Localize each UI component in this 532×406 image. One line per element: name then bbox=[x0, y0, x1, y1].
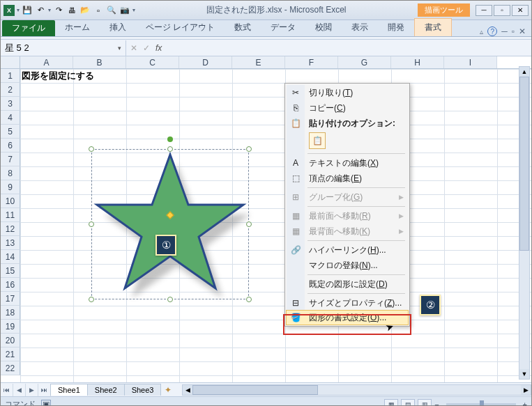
menu-edit-text[interactable]: A テキストの編集(X) bbox=[287, 155, 408, 171]
horizontal-scrollbar[interactable]: ◀ ▶ bbox=[182, 384, 531, 396]
row-header[interactable]: 13 bbox=[1, 236, 20, 250]
zoom-slider[interactable] bbox=[446, 403, 516, 406]
enter-formula-icon[interactable]: ✓ bbox=[143, 43, 150, 53]
hscroll-thumb[interactable] bbox=[192, 385, 318, 395]
save-icon[interactable]: 💾 bbox=[22, 5, 33, 16]
row-header[interactable]: 17 bbox=[1, 292, 20, 306]
cancel-formula-icon[interactable]: ✕ bbox=[130, 43, 137, 53]
row-header[interactable]: 4 bbox=[1, 111, 20, 125]
resize-handle-sw[interactable] bbox=[89, 297, 94, 302]
col-header[interactable]: I bbox=[444, 56, 497, 68]
row-header[interactable]: 11 bbox=[1, 208, 20, 222]
rotate-handle[interactable] bbox=[167, 136, 173, 142]
scroll-up-button[interactable]: ▲ bbox=[519, 67, 529, 77]
col-header[interactable]: B bbox=[73, 56, 126, 68]
row-header[interactable]: 15 bbox=[1, 264, 20, 278]
row-header[interactable]: 1 bbox=[1, 69, 20, 83]
row-header[interactable]: 3 bbox=[1, 97, 20, 111]
row-header[interactable]: 6 bbox=[1, 139, 20, 153]
tab-home[interactable]: ホーム bbox=[55, 19, 100, 36]
row-header[interactable]: 22 bbox=[1, 361, 20, 375]
tab-format[interactable]: 書式 bbox=[414, 18, 452, 36]
vertical-scrollbar[interactable]: ▲ ▼ bbox=[519, 66, 530, 380]
minimize-button[interactable]: ─ bbox=[476, 5, 492, 16]
qat-dropdown-icon[interactable]: ▾ bbox=[17, 7, 20, 13]
resize-handle-e[interactable] bbox=[246, 221, 252, 227]
col-header[interactable]: H bbox=[391, 56, 444, 68]
menu-macro[interactable]: マクロの登録(N)... bbox=[287, 258, 408, 273]
redo-icon[interactable]: ↷ bbox=[53, 5, 64, 16]
page-layout-view-button[interactable]: ▤ bbox=[401, 399, 415, 407]
mdi-minimize-icon[interactable]: ─ bbox=[501, 26, 508, 36]
open-icon[interactable]: 📂 bbox=[79, 5, 91, 16]
name-box[interactable]: 星 5 2 ▾ bbox=[1, 40, 126, 56]
row-header[interactable]: 10 bbox=[1, 194, 20, 208]
menu-edit-points[interactable]: ⬚ 頂点の編集(E) bbox=[287, 171, 408, 186]
menu-cut[interactable]: ✂ 切り取り(T) bbox=[287, 85, 408, 100]
zoom-in-button[interactable]: + bbox=[523, 400, 527, 407]
row-header[interactable]: 2 bbox=[1, 83, 20, 97]
row-header[interactable]: 14 bbox=[1, 250, 20, 264]
tab-data[interactable]: データ bbox=[261, 19, 305, 36]
sheet-tab[interactable]: Shee1 bbox=[50, 384, 88, 396]
resize-handle-n[interactable] bbox=[167, 146, 173, 152]
row-header[interactable]: 9 bbox=[1, 180, 20, 194]
name-box-dropdown-icon[interactable]: ▾ bbox=[118, 45, 121, 52]
col-header[interactable]: A bbox=[20, 56, 73, 68]
mdi-restore-icon[interactable]: ▫ bbox=[512, 26, 515, 36]
row-header[interactable]: 19 bbox=[1, 320, 20, 334]
camera-icon[interactable]: 📷 bbox=[119, 5, 130, 16]
col-header[interactable]: D bbox=[179, 56, 232, 68]
menu-hyperlink[interactable]: 🔗 ハイパーリンク(H)... bbox=[287, 242, 408, 258]
mdi-close-icon[interactable]: ✕ bbox=[519, 26, 526, 36]
row-header[interactable]: 7 bbox=[1, 153, 20, 166]
vscroll-thumb[interactable] bbox=[519, 77, 529, 251]
menu-size-properties[interactable]: ⊟ サイズとプロパティ(Z)... bbox=[287, 295, 408, 311]
row-header[interactable]: 5 bbox=[1, 125, 20, 139]
tab-review[interactable]: 校閲 bbox=[305, 19, 342, 36]
fx-button[interactable]: fx bbox=[155, 43, 162, 53]
page-break-view-button[interactable]: ▥ bbox=[418, 399, 432, 407]
tab-nav-last[interactable]: ⏭ bbox=[38, 384, 51, 396]
normal-view-button[interactable]: ▦ bbox=[384, 399, 398, 407]
ribbon-minimize-icon[interactable]: ▵ bbox=[480, 28, 483, 36]
new-sheet-button[interactable]: ✦ bbox=[161, 385, 175, 395]
file-tab[interactable]: ファイル bbox=[2, 20, 55, 36]
tab-view[interactable]: 表示 bbox=[342, 19, 378, 36]
menu-copy[interactable]: ⎘ コピー(C) bbox=[287, 100, 408, 116]
zoom-out-button[interactable]: − bbox=[434, 400, 439, 407]
row-header[interactable]: 21 bbox=[1, 348, 20, 361]
worksheet-grid[interactable]: 1 2 3 4 5 6 7 8 9 10 11 12 13 14 15 16 1… bbox=[1, 69, 531, 382]
cell-a1[interactable]: 図形を固定にする bbox=[22, 70, 94, 82]
close-button[interactable]: ✕ bbox=[512, 5, 529, 16]
scroll-left-button[interactable]: ◀ bbox=[183, 385, 192, 395]
undo-icon[interactable]: ↶ bbox=[35, 5, 46, 16]
star-shape-selection[interactable] bbox=[91, 149, 249, 299]
sheet-tab[interactable]: Shee3 bbox=[124, 384, 162, 396]
row-header[interactable]: 18 bbox=[1, 306, 20, 320]
col-header[interactable]: F bbox=[285, 56, 338, 68]
row-header[interactable]: 12 bbox=[1, 222, 20, 236]
col-header[interactable]: G bbox=[338, 56, 391, 68]
tab-developer[interactable]: 開発 bbox=[378, 19, 414, 36]
tab-nav-prev[interactable]: ◀ bbox=[13, 384, 26, 396]
sheet-tab[interactable]: Shee2 bbox=[87, 384, 125, 396]
zoom-thumb[interactable] bbox=[480, 400, 484, 407]
resize-handle-w[interactable] bbox=[89, 221, 94, 227]
tab-insert[interactable]: 挿入 bbox=[100, 19, 136, 36]
resize-handle-ne[interactable] bbox=[246, 146, 252, 152]
row-header[interactable]: 8 bbox=[1, 166, 20, 180]
row-header[interactable]: 20 bbox=[1, 334, 20, 348]
scroll-down-button[interactable]: ▼ bbox=[519, 369, 529, 379]
maximize-button[interactable]: ▫ bbox=[494, 5, 510, 16]
undo-dropdown-icon[interactable]: ▾ bbox=[48, 7, 51, 13]
resize-handle-se[interactable] bbox=[246, 297, 252, 302]
col-header[interactable]: C bbox=[126, 56, 179, 68]
select-all-corner[interactable] bbox=[1, 56, 20, 68]
tab-nav-next[interactable]: ▶ bbox=[26, 384, 38, 396]
preview-icon[interactable]: 🔍 bbox=[106, 5, 117, 16]
resize-handle-nw[interactable] bbox=[89, 146, 94, 152]
help-icon[interactable]: ? bbox=[487, 26, 497, 36]
tab-formulas[interactable]: 数式 bbox=[225, 19, 261, 36]
macro-record-icon[interactable]: ▣ bbox=[41, 400, 51, 407]
